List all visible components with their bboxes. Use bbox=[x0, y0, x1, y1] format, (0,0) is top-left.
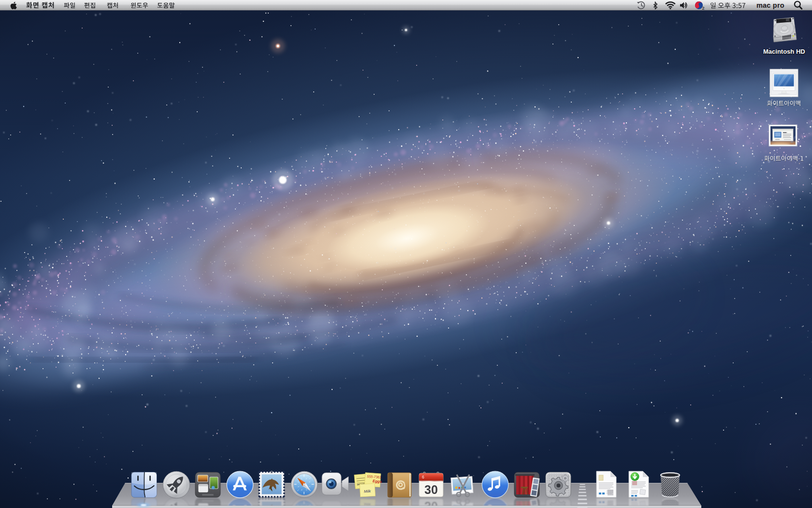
svg-text:2: 2 bbox=[702, 6, 705, 11]
